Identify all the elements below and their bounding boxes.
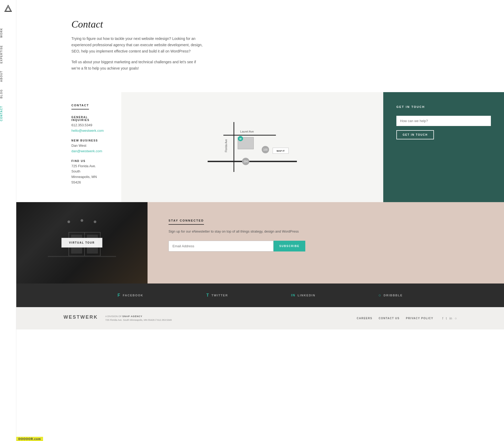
svg-text:W: W	[239, 138, 242, 140]
watermark: DOOOOR.com	[16, 437, 43, 441]
linkedin-icon: in	[291, 293, 296, 297]
contact-hero: Contact Trying to figure out how to tack…	[16, 0, 504, 92]
dribbble-icon: ○	[379, 293, 382, 298]
page-title: Contact	[71, 18, 449, 30]
sidebar-logo[interactable]	[4, 5, 12, 14]
footer-careers-link[interactable]: CAREERS	[357, 317, 372, 320]
svg-rect-20	[48, 256, 116, 257]
footer-privacy-link[interactable]: PRIVACY POLICY	[406, 317, 433, 320]
footer-twitter-icon[interactable]: t	[446, 316, 447, 320]
stay-connected-panel: STAY CONNECTED Sign up for our eNewslett…	[148, 202, 504, 284]
sidebar-navigation: WORK EXPERTISE ABOUT BLOG CONTACT	[0, 24, 16, 125]
new-business-group: NEW BUSINESS Dan West dan@westwerk.com	[71, 139, 106, 153]
sidebar: WORK EXPERTISE ABOUT BLOG CONTACT	[0, 0, 16, 441]
svg-text:Florida Ave: Florida Ave	[225, 139, 228, 152]
dan-email-link[interactable]: dan@westwerk.com	[71, 149, 102, 153]
virtual-tour-panel: VIRTUAL TOUR	[16, 202, 148, 284]
twitter-link[interactable]: t TWITTER	[206, 293, 228, 298]
svg-marker-1	[6, 7, 10, 11]
hero-para1: Trying to figure out how to tackle your …	[71, 36, 203, 54]
phone-number: 612.353.5349	[71, 123, 106, 128]
sidebar-item-contact[interactable]: CONTACT	[0, 102, 16, 125]
main-content: Contact Trying to figure out how to tack…	[16, 0, 504, 441]
social-bar: f FACEBOOK t TWITTER in LINKEDIN ○ DRIBB…	[16, 284, 504, 307]
email-signup-row: SUBSCRIBE	[169, 241, 483, 251]
footer-right: CAREERS CONTACT US PRIVACY POLICY f t in…	[357, 316, 457, 320]
email-link[interactable]: hello@westwerk.com	[71, 129, 104, 133]
bottom-section: VIRTUAL TOUR STAY CONNECTED Sign up for …	[16, 202, 504, 284]
new-business-label: NEW BUSINESS	[71, 139, 106, 142]
stay-connected-title: STAY CONNECTED	[169, 219, 204, 225]
svg-text:MAP IT: MAP IT	[277, 150, 285, 152]
footer-linkedin-icon[interactable]: in	[449, 316, 452, 320]
address-line1: 725 Florida Ave. South	[71, 164, 106, 175]
help-input[interactable]	[396, 116, 491, 126]
contact-info-panel: CONTACT GENERAL INQUIRIES 612.353.5349 h…	[16, 92, 121, 202]
get-in-touch-title: GET IN TOUCH	[396, 105, 491, 108]
contact-name: Dan West	[71, 143, 106, 149]
address-line2: Minneapolis, MN 55426	[71, 174, 106, 185]
twitter-icon: t	[206, 293, 209, 298]
facebook-link[interactable]: f FACEBOOK	[118, 293, 143, 298]
footer-dribbble-icon[interactable]: ○	[455, 316, 457, 320]
footer-division-label: A DIVISION OF	[105, 315, 122, 318]
get-in-touch-panel: GET IN TOUCH GET IN TOUCH	[383, 92, 504, 202]
subscribe-button[interactable]: SUBSCRIBE	[274, 241, 305, 251]
contact-section-label: CONTACT	[71, 104, 89, 109]
find-us-group: FIND US 725 Florida Ave. South Minneapol…	[71, 160, 106, 185]
contact-section: CONTACT GENERAL INQUIRIES 612.353.5349 h…	[16, 92, 504, 202]
sidebar-item-about[interactable]: ABOUT	[0, 67, 16, 86]
facebook-label: FACEBOOK	[123, 294, 143, 297]
svg-text:100: 100	[263, 148, 268, 151]
svg-point-22	[81, 219, 83, 222]
footer-brand: WESTWERK	[64, 314, 98, 320]
sidebar-item-blog[interactable]: BLOG	[0, 86, 16, 102]
general-inquiries-label: GENERAL INQUIRIES	[71, 116, 106, 122]
virtual-tour-button[interactable]: VIRTUAL TOUR	[61, 238, 102, 248]
email-input[interactable]	[169, 241, 274, 251]
footer-social-icons: f t in ○	[442, 316, 457, 320]
linkedin-link[interactable]: in LINKEDIN	[291, 293, 316, 297]
svg-point-23	[94, 220, 96, 223]
svg-text:Laurel Ave: Laurel Ave	[240, 130, 254, 133]
footer-division-name: SNAP AGENCY	[122, 315, 143, 318]
footer-tagline: A DIVISION OF SNAP AGENCY 725 Florida Av…	[105, 314, 172, 322]
footer-facebook-icon[interactable]: f	[442, 316, 443, 320]
svg-marker-0	[5, 5, 12, 12]
footer-address: 725 Florida Ave. South Minneapolis, MN 5…	[105, 319, 172, 321]
facebook-icon: f	[118, 293, 121, 298]
footer-left: WESTWERK A DIVISION OF SNAP AGENCY 725 F…	[64, 314, 172, 322]
map-svg: Laurel Ave Florida Ave W 100 MAP IT 394	[208, 119, 297, 175]
stay-connected-desc: Sign up for our eNewsletter to stay on t…	[169, 229, 300, 234]
dribbble-label: DRIBBBLE	[384, 294, 403, 297]
footer-contact-link[interactable]: CONTACT US	[379, 317, 400, 320]
general-inquiries-group: GENERAL INQUIRIES 612.353.5349 hello@wes…	[71, 116, 106, 133]
dribbble-link[interactable]: ○ DRIBBBLE	[379, 293, 403, 298]
hero-para2: Tell us about your biggest marketing and…	[71, 59, 203, 72]
svg-point-21	[67, 220, 70, 223]
sidebar-item-work[interactable]: WORK	[0, 24, 16, 41]
find-us-label: FIND US	[71, 160, 106, 162]
twitter-label: TWITTER	[212, 294, 228, 297]
sidebar-item-expertise[interactable]: EXPERTISE	[0, 41, 16, 67]
map-panel: Laurel Ave Florida Ave W 100 MAP IT 394	[121, 92, 383, 202]
svg-text:394: 394	[244, 160, 248, 163]
footer: WESTWERK A DIVISION OF SNAP AGENCY 725 F…	[16, 307, 504, 329]
get-in-touch-button[interactable]: GET IN TOUCH	[396, 130, 434, 139]
linkedin-label: LINKEDIN	[298, 294, 316, 297]
